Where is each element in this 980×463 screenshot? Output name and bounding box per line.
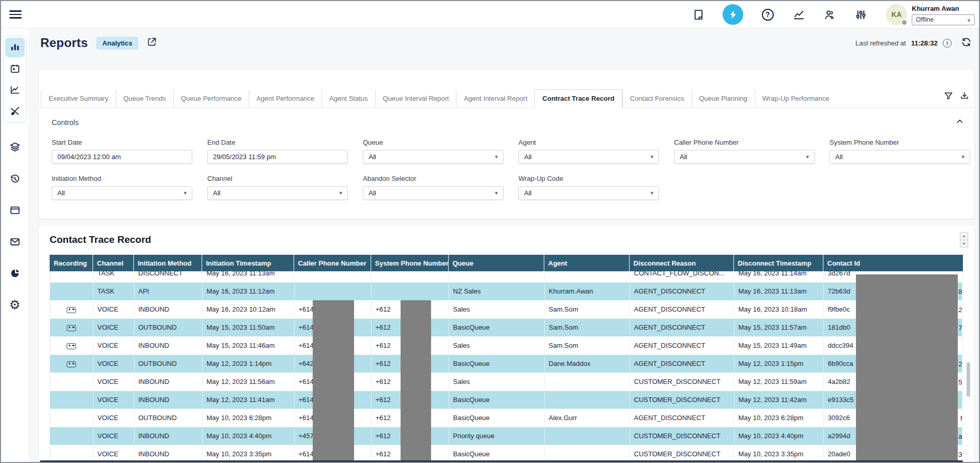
sidebar-item-window[interactable] (5, 200, 25, 220)
notes-icon[interactable] (692, 8, 705, 21)
spinner-up-icon[interactable]: ▲ (960, 233, 968, 240)
controls-section-title: Controls (52, 118, 79, 127)
tab-wrap-up-performance[interactable]: Wrap-Up Performance (755, 90, 837, 107)
tab-agent-status[interactable]: Agent Status (321, 90, 375, 107)
select-caller-phone-number[interactable]: All▾ (674, 150, 815, 164)
date-input-end-date[interactable]: 29/05/2023 11:59 pm (207, 150, 348, 164)
contact-id-suffix: 2 (958, 355, 962, 373)
table-row[interactable]: VOICEOUTBOUNDMay 15, 2023 11:50am+614+61… (50, 318, 962, 336)
agent-cell (544, 445, 630, 460)
recording-icon[interactable] (67, 343, 76, 349)
channel-cell: VOICE (93, 409, 134, 427)
table-row[interactable]: VOICEOUTBOUNDMay 10, 2023 6:28pm+614+612… (50, 409, 962, 427)
sidebar-item-history[interactable] (5, 169, 25, 189)
column-header-agent[interactable]: Agent (544, 255, 629, 271)
filter-value: All (680, 153, 687, 161)
contacts-icon[interactable] (823, 8, 836, 21)
table-row[interactable]: VOICEINBOUNDMay 10, 2023 3:35pm+614+612B… (50, 445, 962, 460)
column-header-queue[interactable]: Queue (448, 255, 544, 271)
vertical-scrollbar-thumb[interactable] (967, 362, 970, 397)
select-system-phone-number[interactable]: All▾ (830, 150, 970, 164)
sidebar-item-schedule[interactable] (5, 59, 25, 79)
table-row[interactable]: VOICEINBOUNDMay 10, 2023 4:40pm+457+612P… (50, 427, 962, 445)
sidebar-item-settings[interactable]: ⚙ (5, 295, 25, 315)
column-header-channel[interactable]: Channel (93, 255, 133, 271)
export-download-icon[interactable] (960, 91, 969, 100)
column-header-initiation-timestamp[interactable]: Initiation Timestamp (202, 255, 294, 271)
sidebar-item-mail[interactable] (5, 232, 25, 252)
table-row[interactable]: VOICEINBOUNDMay 15, 2023 11:46am+614+612… (50, 336, 962, 354)
table-row[interactable]: TASKDISCONNECTMay 16, 2023 11:13amCONTAC… (50, 271, 962, 282)
sidebar-item-queues[interactable] (5, 137, 25, 157)
avatar[interactable]: KA (886, 4, 907, 25)
disconnect-reason-cell: CUSTOMER_DISCONNECT (630, 427, 734, 445)
filter-value: All (369, 153, 376, 161)
table-row[interactable]: VOICEINBOUNDMay 16, 2023 10:12am+614+612… (50, 300, 962, 318)
select-channel[interactable]: All▾ (207, 186, 348, 200)
table-row[interactable]: VOICEINBOUNDMay 12, 2023 11:41am+614+612… (50, 391, 962, 409)
select-agent[interactable]: All▾ (518, 150, 659, 164)
filter-wrap-up-code: Wrap-Up CodeAll▾ (518, 175, 659, 200)
recording-icon[interactable] (67, 325, 76, 331)
collapse-chevron-up-icon[interactable] (956, 117, 964, 128)
tab-queue-performance[interactable]: Queue Performance (173, 90, 249, 107)
tab-queue-planning[interactable]: Queue Planning (692, 90, 755, 107)
channel-cell: VOICE (93, 300, 134, 318)
table-row[interactable]: TASKAPIMay 16, 2023 11:12amNZ SalesKhurr… (50, 282, 962, 300)
column-header-contact-id[interactable]: Contact Id (823, 255, 962, 271)
queue-cell: BasicQueue (449, 354, 544, 373)
agent-status-select[interactable]: Offline ∨ (912, 14, 975, 25)
select-initiation-method[interactable]: All▾ (52, 186, 192, 200)
metrics-icon[interactable] (792, 8, 805, 21)
recording-icon[interactable] (67, 307, 76, 313)
disconnect-reason-cell: AGENT_DISCONNECT (630, 282, 734, 300)
tab-contract-trace-record[interactable]: Contract Trace Record (534, 89, 622, 108)
table-row[interactable]: VOICEINBOUNDMay 12, 2023 11:56am+614+612… (50, 373, 962, 391)
contact-id-prefix: 20ade0 (828, 450, 850, 458)
select-queue[interactable]: All▾ (363, 150, 503, 164)
sidebar-item-wallboard[interactable] (5, 264, 25, 283)
recording-icon[interactable] (67, 361, 76, 367)
hamburger-menu-icon[interactable] (9, 8, 22, 21)
tab-queue-interval-report[interactable]: Queue Interval Report (375, 90, 456, 107)
column-header-caller-phone-number[interactable]: Caller Phone Number (294, 255, 371, 271)
queue-cell: NZ Sales (449, 282, 544, 300)
tab-executive-summary[interactable]: Executive Summary (41, 90, 116, 107)
tab-contact-forensics[interactable]: Contact Forensics (622, 90, 692, 107)
refresh-icon[interactable] (961, 37, 972, 49)
column-header-recording[interactable]: Recording (50, 255, 93, 271)
tab-agent-performance[interactable]: Agent Performance (249, 90, 321, 107)
disconnect-reason-cell: AGENT_DISCONNECT (630, 318, 734, 336)
realtime-bolt-icon[interactable] (723, 4, 743, 25)
column-header-initiation-method[interactable]: Initiation Method (133, 255, 202, 271)
filter-funnel-icon[interactable] (944, 91, 953, 100)
sidebar-item-reports[interactable] (5, 38, 25, 57)
filter-value: All (369, 189, 376, 197)
disconnect-reason-cell: AGENT_DISCONNECT (630, 300, 734, 318)
calendar-icon (9, 63, 21, 74)
initiation-timestamp-cell: May 12, 2023 11:56am (202, 373, 294, 391)
tab-agent-interval-report[interactable]: Agent Interval Report (456, 90, 534, 107)
column-header-system-phone-number[interactable]: System Phone Number (371, 255, 448, 271)
sidebar-item-trends[interactable] (5, 80, 25, 100)
table-row[interactable]: VOICEOUTBOUNDMay 12, 2023 1:14pm+642+612… (50, 354, 962, 373)
help-icon[interactable]: ? (761, 8, 774, 21)
spinner-down-icon[interactable]: ▼ (960, 240, 968, 248)
tab-queue-trends[interactable]: Queue Trends (116, 90, 173, 107)
column-header-disconnect-timestamp[interactable]: Disconnect Timestamp (733, 255, 823, 271)
horizontal-scrollbar[interactable] (40, 460, 963, 463)
initiation-timestamp-cell: May 15, 2023 11:46am (202, 336, 294, 354)
disconnect-timestamp-cell: May 15, 2023 11:57am (734, 318, 823, 336)
dropdown-caret-icon: ▾ (183, 190, 187, 196)
info-icon[interactable]: i (943, 39, 952, 48)
select-abandon-selector[interactable]: All▾ (363, 186, 503, 200)
sidebar-item-customize[interactable] (5, 101, 25, 121)
external-link-icon[interactable] (147, 37, 157, 49)
column-header-disconnect-reason[interactable]: Disconnect Reason (629, 255, 733, 271)
table-header: RecordingChannelInitiation MethodInitiat… (50, 255, 963, 271)
disconnect-timestamp-cell: May 10, 2023 4:40pm (734, 427, 823, 445)
select-wrap-up-code[interactable]: All▾ (518, 186, 659, 200)
initiation-timestamp-cell: May 10, 2023 4:40pm (202, 427, 294, 445)
date-input-start-date[interactable]: 09/04/2023 12:00 am (52, 150, 192, 164)
sliders-icon[interactable] (854, 8, 867, 21)
